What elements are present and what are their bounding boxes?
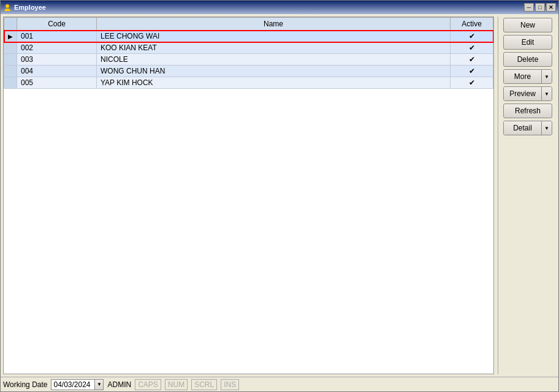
row-indicator: [4, 66, 17, 77]
minimize-button[interactable]: ─: [524, 3, 534, 12]
row-code: 004: [17, 66, 97, 77]
row-name: YAP KIM HOCK: [97, 77, 451, 89]
user-label: ADMIN: [107, 380, 131, 389]
refresh-button[interactable]: Refresh: [503, 104, 552, 118]
right-panel: New Edit Delete More ▼ Preview ▼ Refresh…: [502, 17, 556, 374]
preview-dropdown-arrow[interactable]: ▼: [542, 87, 552, 100]
edit-button[interactable]: Edit: [503, 35, 552, 50]
row-name: WONG CHUN HAN: [97, 66, 451, 77]
col-header-num: [4, 18, 17, 31]
row-name: NICOLE: [97, 54, 451, 66]
preview-dropdown[interactable]: Preview ▼: [503, 86, 552, 101]
detail-dropdown-arrow[interactable]: ▼: [542, 121, 552, 135]
date-input[interactable]: [51, 379, 95, 390]
row-indicator: [4, 77, 17, 89]
row-active: ✔: [451, 77, 493, 89]
more-button[interactable]: More: [504, 70, 542, 83]
active-checkbox: ✔: [469, 67, 475, 75]
detail-dropdown[interactable]: Detail ▼: [503, 121, 552, 135]
scrl-tag: SCRL: [191, 379, 217, 390]
active-checkbox: ✔: [469, 55, 475, 64]
svg-point-0: [6, 4, 9, 8]
table-row[interactable]: ▶ 001 LEE CHONG WAI ✔: [4, 31, 493, 42]
row-indicator: ▶: [4, 31, 17, 42]
content-area: Code Name Active ▶ 001 LEE CHONG WAI ✔ 0…: [1, 14, 558, 377]
date-control[interactable]: ▼: [51, 379, 104, 390]
vertical-divider: [498, 17, 498, 374]
date-dropdown-arrow[interactable]: ▼: [95, 379, 104, 390]
table-row[interactable]: 004 WONG CHUN HAN ✔: [4, 66, 493, 77]
row-indicator: [4, 54, 17, 66]
statusbar: Working Date ▼ ADMIN CAPS NUM SCRL INS: [1, 377, 558, 391]
titlebar: Employee ─ □ ✕: [1, 1, 558, 14]
table-row[interactable]: 002 KOO KIAN KEAT ✔: [4, 42, 493, 54]
row-active: ✔: [451, 66, 493, 77]
caps-tag: CAPS: [135, 379, 161, 390]
titlebar-left: Employee: [3, 3, 46, 12]
main-area: Code Name Active ▶ 001 LEE CHONG WAI ✔ 0…: [3, 17, 556, 374]
working-date-label: Working Date: [3, 380, 47, 389]
restore-button[interactable]: □: [535, 3, 545, 12]
row-active: ✔: [451, 54, 493, 66]
num-tag: NUM: [165, 379, 188, 390]
titlebar-icon: [3, 3, 12, 12]
row-active: ✔: [451, 31, 493, 42]
row-code: 002: [17, 42, 97, 54]
active-checkbox: ✔: [469, 78, 475, 87]
main-window: Employee ─ □ ✕ Code Name Active: [0, 0, 559, 392]
row-active: ✔: [451, 42, 493, 54]
window-title: Employee: [14, 4, 46, 11]
row-name: KOO KIAN KEAT: [97, 42, 451, 54]
titlebar-controls[interactable]: ─ □ ✕: [524, 3, 556, 12]
new-button[interactable]: New: [503, 18, 552, 32]
col-header-code: Code: [17, 18, 97, 31]
more-dropdown[interactable]: More ▼: [503, 69, 552, 84]
row-indicator: [4, 42, 17, 54]
col-header-name: Name: [97, 18, 451, 31]
active-checkbox: ✔: [469, 32, 475, 40]
active-checkbox: ✔: [469, 43, 475, 52]
preview-button[interactable]: Preview: [504, 87, 542, 100]
ins-tag: INS: [221, 379, 239, 390]
table-row[interactable]: 003 NICOLE ✔: [4, 54, 493, 66]
row-code: 005: [17, 77, 97, 89]
employee-table[interactable]: Code Name Active ▶ 001 LEE CHONG WAI ✔ 0…: [3, 17, 494, 374]
col-header-active: Active: [451, 18, 493, 31]
table-row[interactable]: 005 YAP KIM HOCK ✔: [4, 77, 493, 89]
more-dropdown-arrow[interactable]: ▼: [542, 70, 552, 83]
delete-button[interactable]: Delete: [503, 52, 552, 67]
row-code: 003: [17, 54, 97, 66]
row-code: 001: [17, 31, 97, 42]
detail-button[interactable]: Detail: [504, 121, 542, 135]
close-button[interactable]: ✕: [546, 3, 556, 12]
row-name: LEE CHONG WAI: [97, 31, 451, 42]
